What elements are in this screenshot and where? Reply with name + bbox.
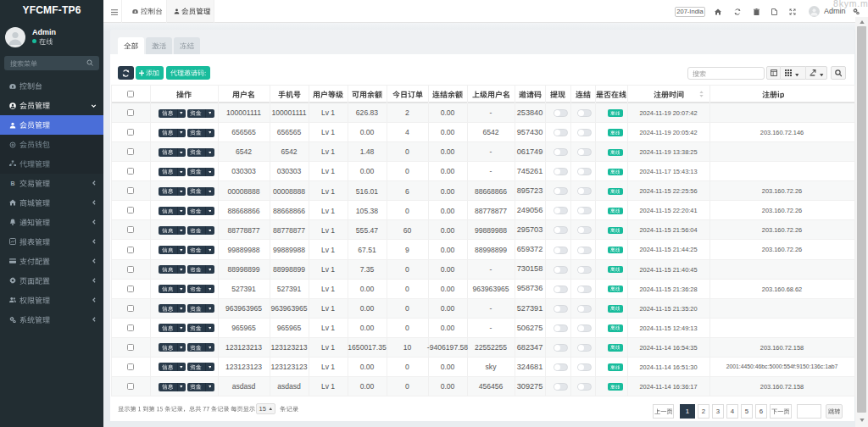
svg-text:B: B xyxy=(10,180,14,186)
